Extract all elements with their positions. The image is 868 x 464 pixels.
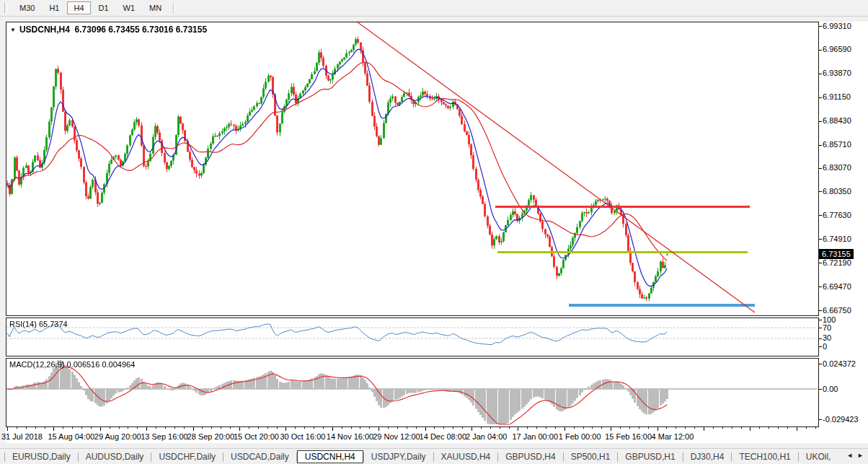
time-axis-tick bbox=[536, 427, 537, 429]
symbol-tab-usdcad-daily[interactable]: USDCAD,Daily bbox=[223, 450, 296, 463]
price-axis-tick bbox=[819, 121, 822, 122]
symbol-tab-bar: EURUSD,DailyAUDUSD,DailyUSDCHF,DailyUSDC… bbox=[0, 448, 868, 464]
macd-axis-label: -0.029423 bbox=[823, 415, 859, 424]
time-axis-tick bbox=[407, 427, 407, 429]
macd-axis-tick bbox=[819, 389, 822, 390]
chart-dropdown-icon[interactable]: ▼ bbox=[10, 27, 16, 33]
timeframe-button-h4[interactable]: H4 bbox=[67, 1, 90, 14]
time-axis-tick bbox=[267, 427, 268, 429]
symbol-tab-gbpusd-h1[interactable]: GBPUSD,H1 bbox=[618, 450, 682, 463]
price-axis-tick bbox=[819, 168, 822, 169]
time-axis-tick bbox=[193, 427, 194, 431]
tab-scroll-right-icon[interactable]: ► bbox=[857, 452, 868, 459]
time-axis-tick bbox=[258, 427, 259, 429]
price-axis-tick bbox=[819, 239, 822, 240]
timeframe-button-d1[interactable]: D1 bbox=[92, 1, 115, 14]
rsi-canvas[interactable] bbox=[6, 318, 818, 356]
time-axis-tick bbox=[815, 427, 816, 429]
time-axis-tick bbox=[648, 427, 649, 429]
time-axis-label: 2 Jan 04:00 bbox=[466, 432, 508, 441]
chart-title-ohlc: 6.73096 6.73455 6.73016 6.73155 bbox=[75, 25, 208, 35]
time-axis-tick bbox=[518, 427, 518, 431]
symbol-tab-usdjpy-daily[interactable]: USDJPY,Daily bbox=[364, 450, 433, 463]
time-axis-label: 14 Dec 08:00 bbox=[420, 432, 466, 441]
chart-title: ▼USDCNH,H4 6.73096 6.73455 6.73016 6.731… bbox=[10, 25, 207, 35]
mt4-window: M30H1H4D1W1MN ▼USDCNH,H4 6.73096 6.73455… bbox=[0, 0, 868, 464]
macd-label: MACD(12,26,9) 0.006516 0.004964 bbox=[9, 360, 135, 369]
time-axis-tick bbox=[657, 427, 658, 431]
time-axis-tick bbox=[35, 427, 36, 429]
timeframe-button-h1[interactable]: H1 bbox=[43, 1, 66, 14]
time-axis-tick bbox=[509, 427, 510, 429]
time-axis-tick bbox=[462, 427, 463, 429]
rsi-label: RSI(14) 65.7374 bbox=[9, 320, 68, 328]
time-axis-tick bbox=[787, 427, 788, 429]
symbol-tab-gbpusd-h4[interactable]: GBPUSD,H4 bbox=[498, 450, 562, 463]
timeframe-button-w1[interactable]: W1 bbox=[117, 1, 142, 14]
price-axis-label: 6.69470 bbox=[823, 282, 851, 291]
time-axis-tick bbox=[778, 427, 779, 429]
time-axis-tick bbox=[304, 427, 305, 429]
symbol-tab-eurusd-daily[interactable]: EURUSD,Daily bbox=[5, 450, 78, 463]
price-axis-tick bbox=[819, 26, 822, 27]
symbol-tab-usdchf-daily[interactable]: USDCHF,Daily bbox=[151, 450, 223, 463]
time-axis-tick bbox=[601, 427, 602, 429]
time-axis-tick bbox=[378, 427, 379, 431]
symbol-tab-audusd-daily[interactable]: AUDUSD,Daily bbox=[79, 450, 151, 463]
time-axis-tick bbox=[156, 427, 156, 429]
price-axis-label: 6.99310 bbox=[823, 22, 851, 30]
time-axis-label: 29 Nov 12:00 bbox=[373, 432, 420, 441]
time-axis-tick bbox=[249, 427, 249, 429]
price-axis-label: 6.88430 bbox=[823, 116, 851, 125]
timeframe-button-m30[interactable]: M30 bbox=[13, 1, 41, 14]
timeframe-button-mn[interactable]: MN bbox=[143, 1, 168, 14]
price-axis-tick bbox=[819, 286, 822, 287]
symbol-tab-ukoil-[interactable]: UKOil, bbox=[799, 450, 838, 463]
time-axis-tick bbox=[369, 427, 370, 429]
price-axis-tick bbox=[819, 215, 822, 216]
symbol-tab-dj30-h4[interactable]: DJ30,H4 bbox=[683, 450, 732, 463]
time-axis-tick bbox=[490, 427, 491, 429]
time-axis-tick bbox=[564, 427, 565, 431]
time-axis-tick bbox=[100, 427, 101, 431]
time-axis-label: 13 Sep 16:00 bbox=[141, 432, 187, 441]
price-axis-tick bbox=[819, 263, 822, 263]
price-axis-tick bbox=[819, 97, 822, 98]
time-axis-label: 28 Sep 20:00 bbox=[187, 432, 234, 441]
price-axis-label: 6.96590 bbox=[823, 45, 851, 53]
main-chart-canvas[interactable] bbox=[6, 22, 818, 315]
chart-title-symbol: USDCNH,H4 bbox=[19, 25, 70, 35]
time-axis-tick bbox=[351, 427, 352, 429]
time-axis-label: 1 Feb 00:00 bbox=[559, 432, 601, 441]
tab-scroll-arrows: ◄► bbox=[846, 452, 868, 459]
rsi-axis-tick bbox=[819, 328, 822, 328]
time-axis-tick bbox=[397, 427, 398, 429]
time-axis-tick bbox=[342, 427, 342, 429]
time-axis-tick bbox=[119, 427, 120, 429]
time-axis-tick bbox=[713, 427, 714, 429]
symbol-tab-xauusd-h4[interactable]: XAUUSD,H4 bbox=[434, 450, 498, 463]
time-axis-tick bbox=[722, 427, 723, 429]
time-axis-tick bbox=[685, 427, 686, 429]
macd-axis-label: 0.00 bbox=[823, 385, 838, 393]
toolbar-separator bbox=[173, 3, 174, 14]
time-axis-tick bbox=[769, 427, 769, 429]
time-axis-tick bbox=[583, 427, 584, 429]
time-axis-tick bbox=[481, 427, 482, 429]
price-axis-tick bbox=[819, 74, 822, 74]
rsi-axis-label: 0 bbox=[823, 342, 827, 351]
symbol-tab-tech100-h1[interactable]: TECH100,H1 bbox=[732, 450, 797, 463]
timeframe-buttons: M30H1H4D1W1MN bbox=[12, 1, 169, 14]
tab-scroll-left-icon[interactable]: ◄ bbox=[846, 452, 857, 459]
symbol-tab-usdcnh-h4[interactable]: USDCNH,H4 bbox=[297, 450, 363, 463]
time-axis-tick bbox=[676, 427, 676, 429]
time-axis-tick bbox=[137, 427, 138, 429]
time-axis-tick bbox=[416, 427, 417, 429]
toolbar-grip-icon[interactable] bbox=[4, 3, 8, 13]
time-axis-label: 15 Feb 16:00 bbox=[605, 432, 652, 441]
time-axis-tick bbox=[332, 427, 333, 431]
time-axis-tick bbox=[500, 427, 500, 429]
symbol-tab-sp500-h1[interactable]: SP500,H1 bbox=[564, 450, 618, 463]
time-axis-tick bbox=[7, 427, 8, 431]
time-axis-label: 29 Aug 20:00 bbox=[94, 432, 141, 441]
